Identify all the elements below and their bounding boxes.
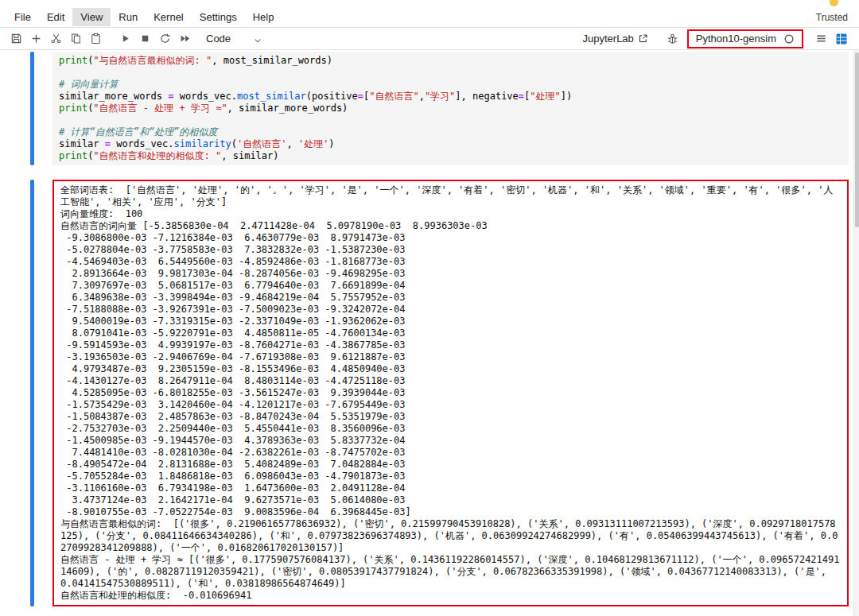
menu-items: FileEditViewRunKernelSettingsHelp <box>6 8 282 26</box>
code-line: # 计算“自然语言”和“处理”的相似度 <box>59 126 842 138</box>
jupyterlab-link[interactable]: JupyterLab <box>583 33 648 45</box>
plus-icon <box>30 33 42 45</box>
bug-icon <box>667 33 678 45</box>
table-of-contents-button[interactable] <box>832 29 850 48</box>
paste-icon <box>90 33 102 45</box>
copy-cell-button[interactable] <box>67 29 85 48</box>
output-annotation-box: 全部词语表: ['自然语言', '处理', '的', '。', '学习', '是… <box>52 180 849 606</box>
cell-type-label: Code <box>206 33 231 45</box>
paste-cell-button[interactable] <box>87 29 105 48</box>
restart-kernel-button[interactable] <box>156 29 174 48</box>
notebook-toolbar: Code JupyterLab Python10-gensim <box>0 28 859 50</box>
menu-file[interactable]: File <box>6 8 39 26</box>
menu-kernel[interactable]: Kernel <box>146 8 192 26</box>
kernel-name-button[interactable]: Python10-gensim <box>696 33 776 45</box>
menu-bar: FileEditViewRunKernelSettingsHelp Truste… <box>0 7 859 28</box>
stop-icon <box>139 33 151 45</box>
interrupt-kernel-button[interactable] <box>136 29 154 48</box>
output-collapser[interactable] <box>30 180 34 606</box>
restart-run-all-button[interactable] <box>176 29 194 48</box>
scissors-icon <box>50 33 62 45</box>
cut-cell-button[interactable] <box>47 29 65 48</box>
code-line <box>59 114 842 126</box>
kernel-annotation-box: Python10-gensim <box>687 29 803 48</box>
debugger-button[interactable] <box>663 29 682 48</box>
notebook-content: print("与自然语言最相似的词: ", most_similar_words… <box>0 50 859 616</box>
trusted-badge: Trusted <box>816 12 848 23</box>
jupyter-notebook-window: FileEditViewRunKernelSettingsHelp Truste… <box>0 0 859 616</box>
status-dot-icon <box>830 0 838 6</box>
fast-forward-icon <box>179 33 191 45</box>
code-lines: print("与自然语言最相似的词: ", most_similar_words… <box>59 55 842 162</box>
cell-output-text: 全部词语表: ['自然语言', '处理', '的', '。', '学习', '是… <box>60 184 841 602</box>
code-line: similar_more_words = words_vec.most_simi… <box>59 91 842 103</box>
external-link-icon <box>638 33 648 44</box>
menu-settings[interactable]: Settings <box>192 8 245 26</box>
add-cell-button[interactable] <box>27 29 45 48</box>
code-line: print("自然语言和处理的相似度: ", similar) <box>59 150 842 162</box>
jupyterlab-link-label: JupyterLab <box>583 33 634 45</box>
vertical-scrollbar[interactable] <box>853 50 859 616</box>
save-button[interactable] <box>7 29 25 48</box>
run-cell-button[interactable] <box>116 29 134 48</box>
play-icon <box>119 33 131 45</box>
menu-help[interactable]: Help <box>245 8 282 26</box>
menu-edit[interactable]: Edit <box>39 8 72 26</box>
save-icon <box>10 33 22 45</box>
scrollbar-thumb[interactable] <box>855 52 859 227</box>
code-line <box>59 67 842 79</box>
code-cell: print("与自然语言最相似的词: ", most_similar_words… <box>30 52 849 165</box>
browser-edge-strip <box>0 0 859 7</box>
menu-run[interactable]: Run <box>111 8 146 26</box>
code-line: # 词向量计算 <box>59 79 842 91</box>
code-line: print("与自然语言最相似的词: ", most_similar_words… <box>59 55 842 67</box>
code-editor[interactable]: print("与自然语言最相似的词: ", most_similar_words… <box>52 52 849 165</box>
restart-icon <box>159 33 171 45</box>
hamburger-menu-button[interactable] <box>812 29 830 48</box>
copy-icon <box>70 33 82 45</box>
input-collapser[interactable] <box>30 52 34 165</box>
cell-type-select[interactable]: Code <box>206 29 262 48</box>
hamburger-icon <box>815 33 827 45</box>
output-cell: 全部词语表: ['自然语言', '处理', '的', '。', '学习', '是… <box>30 180 849 606</box>
grid-icon <box>835 33 848 45</box>
menu-view[interactable]: View <box>72 8 111 26</box>
kernel-status-idle-icon[interactable] <box>783 33 795 45</box>
code-line: print("自然语言 - 处理 + 学习 ≈", similar_more_w… <box>59 103 842 114</box>
code-line: similar = words_vec.similarity('自然语言', '… <box>59 138 842 150</box>
chevron-down-icon <box>253 36 262 45</box>
